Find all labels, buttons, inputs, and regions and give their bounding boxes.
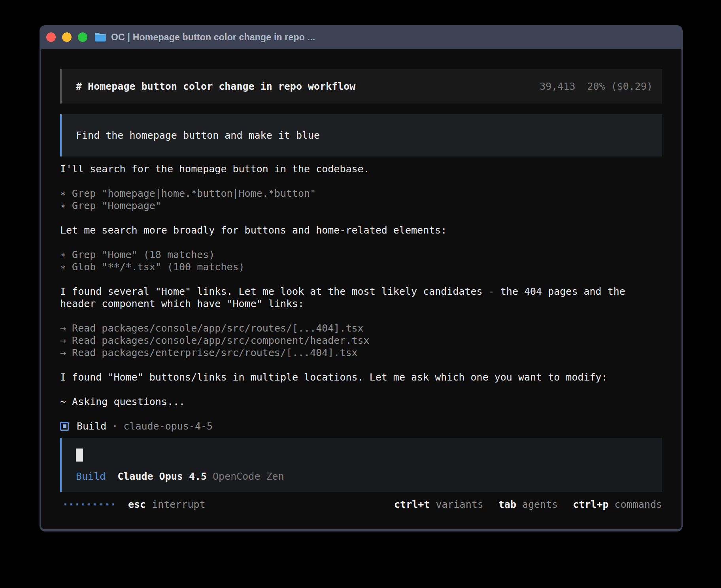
provider-label: OpenCode Zen <box>213 471 284 482</box>
spinner-dot <box>88 503 90 505</box>
session-header: # Homepage button color change in repo w… <box>60 69 662 104</box>
user-message: Find the homepage button and make it blu… <box>60 114 662 156</box>
zoom-button[interactable] <box>78 32 87 42</box>
session-stats: 39,41320%($0.29) <box>540 80 653 92</box>
interrupt-label: interrupt <box>152 498 205 511</box>
agent-separator: · <box>112 420 118 432</box>
agent-model: claude-opus-4-5 <box>123 420 213 432</box>
agent-name: Build <box>77 420 106 432</box>
assistant-text: I'll search for the homepage button in t… <box>60 163 662 175</box>
shortcut-commands: ctrl+pcommands <box>573 498 662 511</box>
terminal-content: # Homepage button color change in repo w… <box>41 49 681 529</box>
spinner-dot <box>100 503 102 505</box>
tool-call-read: → Read packages/console/app/src/componen… <box>60 334 662 347</box>
working-spinner-dots <box>64 503 114 505</box>
transcript: I'll search for the homepage button in t… <box>60 163 662 408</box>
interrupt-key: esc <box>128 498 146 511</box>
spinner-dot <box>94 503 96 505</box>
shortcut-key: ctrl+t <box>394 499 430 510</box>
prompt-input[interactable]: BuildClaude Opus 4.5OpenCode Zen <box>60 438 662 492</box>
spinner-dot <box>76 503 78 505</box>
spinner-dot <box>106 503 108 505</box>
status-bar-right: ctrl+tvariants tabagents ctrl+pcommands <box>394 498 662 511</box>
terminal-window: OC | Homepage button color change in rep… <box>40 25 683 531</box>
text-cursor <box>76 449 83 462</box>
minimize-button[interactable] <box>62 32 72 42</box>
context-percent: 20% <box>587 81 605 92</box>
session-title: # Homepage button color change in repo w… <box>76 80 355 92</box>
assistant-text: I found several "Home" links. Let me loo… <box>60 285 662 310</box>
input-meta: BuildClaude Opus 4.5OpenCode Zen <box>76 470 648 482</box>
shortcut-key: ctrl+p <box>573 499 608 510</box>
agent-mode-label[interactable]: Build <box>76 471 106 482</box>
tool-call-read: → Read packages/console/app/src/routes/[… <box>60 322 662 334</box>
close-button[interactable] <box>46 32 56 42</box>
tool-call-grep: ∗ Grep "homepage|home.*button|Home.*butt… <box>60 187 662 200</box>
session-cost: ($0.29) <box>611 81 653 92</box>
status-bar: esc interrupt ctrl+tvariants tabagents c… <box>60 498 662 511</box>
assistant-text: I found "Home" buttons/links in multiple… <box>60 371 662 383</box>
window-titlebar[interactable]: OC | Homepage button color change in rep… <box>41 25 681 49</box>
token-count: 39,413 <box>540 81 575 92</box>
shortcut-label: variants <box>436 499 483 510</box>
traffic-lights <box>46 32 87 42</box>
assistant-text: Let me search more broadly for buttons a… <box>60 224 662 236</box>
assistant-status-text: ~ Asking questions... <box>60 396 662 408</box>
spinner-dot <box>70 503 72 505</box>
window-title: OC | Homepage button color change in rep… <box>111 32 315 43</box>
spinner-dot <box>82 503 84 505</box>
spinner-dot <box>112 503 114 505</box>
user-message-text: Find the homepage button and make it blu… <box>76 130 320 141</box>
build-status-icon <box>60 422 69 431</box>
tool-call-glob: ∗ Glob "**/*.tsx" (100 matches) <box>60 261 662 273</box>
shortcut-key: tab <box>498 499 516 510</box>
shortcut-agents: tabagents <box>498 498 558 511</box>
tool-call-grep: ∗ Grep "Homepage" <box>60 200 662 212</box>
shortcut-label: commands <box>615 499 662 510</box>
shortcut-variants: ctrl+tvariants <box>394 498 483 511</box>
tool-call-grep: ∗ Grep "Home" (18 matches) <box>60 249 662 261</box>
desktop-background: OC | Homepage button color change in rep… <box>0 0 721 588</box>
model-label[interactable]: Claude Opus 4.5 <box>117 471 207 482</box>
tool-call-read: → Read packages/enterprise/src/routes/[.… <box>60 347 662 359</box>
folder-icon <box>94 32 106 42</box>
spinner-dot <box>64 503 66 505</box>
status-bar-left: esc interrupt <box>60 498 206 511</box>
agent-status-line: Build · claude-opus-4-5 <box>60 420 662 432</box>
shortcut-label: agents <box>522 499 558 510</box>
